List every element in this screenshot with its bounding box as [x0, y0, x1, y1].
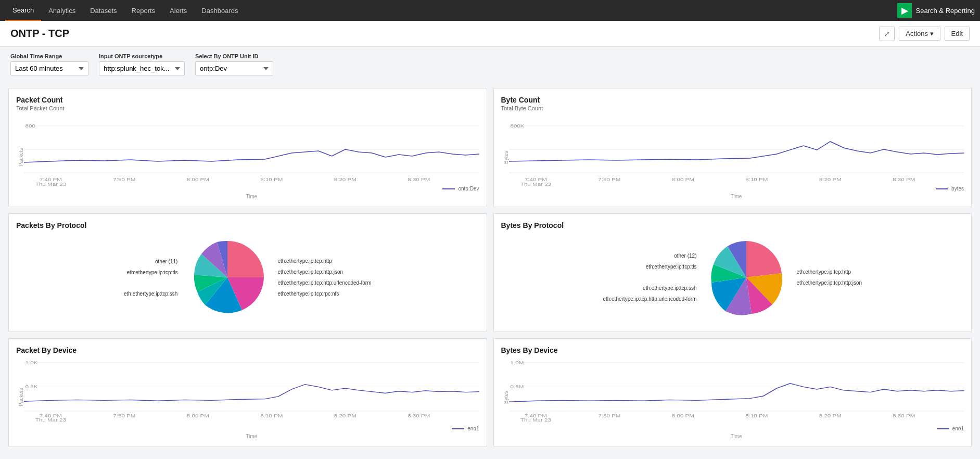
- packet-count-y-label: Packets: [16, 116, 24, 199]
- byte-count-x-label: Time: [509, 194, 964, 199]
- svg-text:800: 800: [26, 123, 36, 129]
- svg-text:0.5K: 0.5K: [26, 385, 38, 389]
- filter-time-range-label: Global Time Range: [10, 53, 88, 59]
- pie1-label-tls: eth:ethertype:ip:tcp:tls: [127, 270, 178, 275]
- svg-text:8:00 PM: 8:00 PM: [671, 177, 694, 182]
- svg-text:8:20 PM: 8:20 PM: [334, 413, 357, 418]
- pie1-label-urlencode: eth:ethertype:ip:tcp:http:urlencoded-for…: [277, 280, 371, 286]
- bytes-device-y-label: Bytes: [501, 355, 509, 439]
- svg-text:Thu Mar 23: Thu Mar 23: [520, 182, 551, 187]
- bytes-pie-chart: [705, 236, 788, 319]
- panel-packet-by-device: Packet By Device Packets 1.0K 0.5K 7:40 …: [8, 338, 487, 447]
- pie2-label-ssh: eth:ethertype:ip:tcp:ssh: [643, 285, 696, 291]
- svg-text:7:50 PM: 7:50 PM: [113, 413, 135, 418]
- panel-bytes-by-protocol: Bytes By Protocol other (12) eth:etherty…: [493, 213, 972, 332]
- svg-text:8:00 PM: 8:00 PM: [187, 413, 209, 418]
- filter-unit-id-label: Select By ONTP Unit ID: [195, 53, 273, 59]
- panel-byte-count-subtitle: Total Byte Count: [501, 105, 964, 111]
- svg-text:Thu Mar 23: Thu Mar 23: [35, 418, 67, 423]
- filter-sourcetype-label: Input ONTP sourcetype: [99, 53, 185, 59]
- brand: ▶ Search & Reporting: [897, 3, 975, 18]
- pie2-label-tls: eth:ethertype:ip:tcp:tls: [646, 264, 697, 270]
- svg-text:0.5M: 0.5M: [510, 385, 524, 389]
- svg-text:7:50 PM: 7:50 PM: [598, 413, 620, 418]
- packets-pie-chart: [186, 236, 269, 319]
- dashboard: Packet Count Total Packet Count Packets …: [0, 82, 980, 453]
- nav-search[interactable]: Search: [5, 0, 41, 21]
- actions-button[interactable]: Actions ▾: [899, 27, 940, 41]
- svg-text:8:00 PM: 8:00 PM: [187, 177, 209, 182]
- page-header: ONTP - TCP ⤢ Actions ▾ Edit: [0, 21, 980, 47]
- pie2-label-urlencode: eth:ethertype:ip:tcp:http:urlencoded-for…: [603, 296, 696, 302]
- svg-text:Thu Mar 23: Thu Mar 23: [520, 418, 551, 423]
- pie2-label-http: eth:ethertype:ip:tcp:http: [796, 269, 851, 275]
- pie1-label-ssh: eth:ethertype:ip:tcp:ssh: [124, 291, 177, 297]
- filter-time-range-select[interactable]: Last 60 minutes Last 24 hours Last 7 day…: [10, 61, 88, 75]
- pie1-label-httpjson: eth:ethertype:ip:tcp:http:json: [277, 269, 343, 275]
- svg-text:1.0K: 1.0K: [26, 360, 38, 365]
- svg-text:8:30 PM: 8:30 PM: [893, 177, 915, 182]
- svg-text:7:50 PM: 7:50 PM: [113, 177, 135, 182]
- packet-device-y-label: Packets: [16, 355, 24, 439]
- packet-count-x-label: Time: [24, 194, 479, 199]
- byte-count-legend: bytes: [951, 186, 964, 192]
- svg-text:7:50 PM: 7:50 PM: [598, 177, 620, 182]
- svg-text:8:20 PM: 8:20 PM: [819, 177, 841, 182]
- nav-analytics[interactable]: Analytics: [41, 0, 83, 21]
- header-actions: ⤢ Actions ▾ Edit: [879, 27, 970, 41]
- svg-text:8:30 PM: 8:30 PM: [893, 413, 915, 418]
- filter-sourcetype-select[interactable]: http:splunk_hec_tok...: [99, 61, 185, 75]
- packet-count-chart: Packets 800 7:40 PM Thu Mar 23 7:50 PM 8…: [16, 116, 479, 199]
- svg-text:1.0M: 1.0M: [510, 360, 524, 365]
- page-title: ONTP - TCP: [10, 28, 69, 40]
- pie1-label-http: eth:ethertype:ip:tcp:http: [277, 258, 332, 264]
- panel-packets-by-protocol: Packets By Protocol other (11) eth:ether…: [8, 213, 487, 332]
- panel-packet-count: Packet Count Total Packet Count Packets …: [8, 88, 487, 207]
- brand-icon: ▶: [897, 3, 912, 18]
- byte-count-y-label: Bytes: [501, 116, 509, 199]
- svg-text:800K: 800K: [510, 123, 524, 129]
- filters-bar: Global Time Range Last 60 minutes Last 2…: [0, 47, 980, 82]
- bytes-device-chart: Bytes 1.0M 0.5M 7:40 PM Thu Mar 23 7:50 …: [501, 355, 964, 439]
- pie1-label-rpc: eth:ethertype:ip:tcp:rpc:nfs: [277, 291, 339, 297]
- packet-device-legend: eno1: [467, 426, 479, 431]
- svg-text:8:30 PM: 8:30 PM: [408, 177, 430, 182]
- packet-device-x-label: Time: [24, 434, 479, 439]
- nav-dashboards[interactable]: Dashboards: [194, 0, 245, 21]
- bytes-device-x-label: Time: [509, 434, 964, 439]
- packet-by-device-title: Packet By Device: [16, 346, 479, 354]
- svg-text:8:20 PM: 8:20 PM: [334, 177, 357, 182]
- panel-packet-count-subtitle: Total Packet Count: [16, 105, 479, 111]
- pie1-label-other: other (11): [155, 259, 177, 264]
- svg-text:8:00 PM: 8:00 PM: [671, 413, 694, 418]
- panel-bytes-by-device: Bytes By Device Bytes 1.0M 0.5M 7:40 PM …: [493, 338, 972, 447]
- svg-text:8:10 PM: 8:10 PM: [260, 413, 283, 418]
- panel-packet-count-title: Packet Count: [16, 96, 479, 104]
- nav-alerts[interactable]: Alerts: [162, 0, 194, 21]
- edit-button[interactable]: Edit: [945, 27, 970, 41]
- bytes-device-legend: eno1: [952, 426, 964, 431]
- svg-text:8:10 PM: 8:10 PM: [745, 177, 768, 182]
- svg-text:8:10 PM: 8:10 PM: [745, 413, 768, 418]
- filter-unit-id-select[interactable]: ontp:Dev: [195, 61, 273, 75]
- svg-text:8:30 PM: 8:30 PM: [408, 413, 430, 418]
- panel-byte-count: Byte Count Total Byte Count Bytes 800K 7…: [493, 88, 972, 207]
- filter-sourcetype: Input ONTP sourcetype http:splunk_hec_to…: [99, 53, 185, 75]
- svg-text:8:10 PM: 8:10 PM: [260, 177, 283, 182]
- filter-unit-id: Select By ONTP Unit ID ontp:Dev: [195, 53, 273, 75]
- panel-byte-count-title: Byte Count: [501, 96, 964, 104]
- bytes-by-device-title: Bytes By Device: [501, 346, 964, 354]
- pie2-label-httpjson: eth:ethertype:ip:tcp:http:json: [796, 280, 862, 286]
- svg-text:Thu Mar 23: Thu Mar 23: [35, 182, 66, 187]
- byte-count-chart: Bytes 800K 7:40 PM Thu Mar 23 7:50 PM 8:…: [501, 116, 964, 199]
- pie2-label-other: other (12): [674, 253, 696, 259]
- packet-count-legend: ontp:Dev: [458, 186, 479, 192]
- packet-device-chart: Packets 1.0K 0.5K 7:40 PM Thu Mar 23 7:5…: [16, 355, 479, 439]
- bytes-by-protocol-title: Bytes By Protocol: [501, 221, 964, 230]
- nav-reports[interactable]: Reports: [124, 0, 163, 21]
- expand-button[interactable]: ⤢: [879, 27, 895, 41]
- svg-text:8:20 PM: 8:20 PM: [819, 413, 841, 418]
- nav-datasets[interactable]: Datasets: [83, 0, 124, 21]
- packets-by-protocol-title: Packets By Protocol: [16, 221, 479, 230]
- top-nav: Search Analytics Datasets Reports Alerts…: [0, 0, 980, 21]
